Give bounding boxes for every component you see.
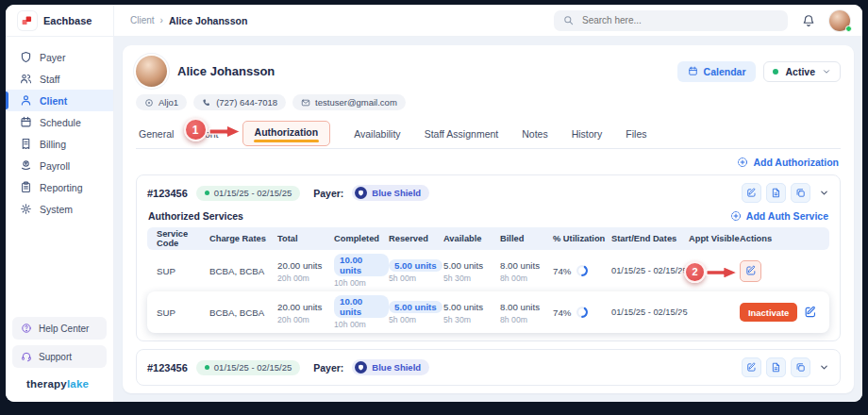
mail-icon (301, 98, 310, 108)
payer-pill: Blue Shield (352, 185, 429, 201)
client-email-value: testuser@gmail.com (315, 97, 397, 108)
sidebar-footer: Help Center Support therapylake (6, 317, 113, 402)
tab-general[interactable]: General (139, 128, 174, 148)
col-dates: Start/End Dates (611, 234, 689, 243)
available-cell: 5.00 units5h 30m (443, 259, 500, 283)
charge-rates-cell: BCBA, BCBA (209, 307, 277, 318)
online-status-dot (845, 25, 852, 32)
service-table-row: SUP BCBA, BCBA 20.00 units20h 00m 10.00 … (147, 250, 829, 291)
status-dropdown[interactable]: Active (763, 61, 841, 82)
authorization-card-header: #123456 01/15/25 - 02/15/25 Payer: Blue … (147, 183, 829, 203)
user-avatar[interactable] (829, 10, 850, 31)
calendar-button[interactable]: Calendar (677, 61, 757, 82)
collapse-chevron-icon[interactable] (819, 188, 829, 198)
sidebar-item-payer[interactable]: Payer (6, 46, 113, 68)
search-input[interactable] (580, 14, 778, 26)
therapylake-logo: therapylake (12, 374, 107, 398)
edit-authorization-button[interactable] (742, 357, 761, 377)
payer-label: Payer: (313, 362, 343, 374)
help-center-button[interactable]: Help Center (12, 317, 107, 340)
completed-units: 10.00 units (334, 254, 389, 276)
edit-icon[interactable] (804, 306, 817, 319)
payer-name: Blue Shield (372, 362, 421, 373)
inactivate-button[interactable]: Inactivate (740, 303, 797, 322)
headset-icon (21, 351, 32, 362)
payer-pill: Blue Shield (352, 359, 429, 375)
sidebar-item-label: Payer (40, 52, 65, 63)
eachbase-logo-icon (18, 11, 37, 30)
edit-service-button[interactable]: 2 (740, 260, 761, 282)
edit-authorization-button[interactable] (742, 183, 761, 203)
duplicate-button[interactable] (791, 183, 810, 203)
billed-units: 8.00 units (500, 259, 540, 272)
total-units: 20.00 units (277, 301, 322, 313)
reserved-cell: 5.00 units5h 00m (389, 259, 443, 283)
total-units: 20.00 units (277, 259, 322, 272)
client-phone-pill: (727) 644-7018 (193, 94, 286, 110)
status-value: Active (785, 66, 815, 77)
annotation-arrow-2 (706, 265, 738, 280)
authorization-date-pill: 01/15/25 - 02/15/25 (196, 186, 300, 201)
duplicate-button[interactable] (791, 357, 810, 377)
sidebar-item-payroll[interactable]: Payroll (6, 155, 113, 176)
tab-availability[interactable]: Availability (354, 128, 400, 148)
app-window: Eachbase Client › Alice Johansson (6, 5, 862, 402)
add-authorization-link[interactable]: Add Authorization (737, 157, 839, 168)
payer-logo-icon (355, 187, 367, 199)
add-auth-service-link[interactable]: Add Auth Service (730, 210, 828, 222)
breadcrumb-section[interactable]: Client (130, 15, 155, 25)
status-dot (773, 69, 778, 75)
add-authorization-label: Add Authorization (753, 157, 839, 168)
active-dot (205, 191, 209, 195)
tab-notes[interactable]: Notes (522, 128, 547, 148)
edit-icon (746, 362, 757, 373)
billed-time: 8h 00m (500, 274, 553, 283)
sidebar-item-system[interactable]: System (6, 198, 113, 220)
available-cell: 5.00 units5h 30m (443, 301, 500, 324)
sidebar-item-reporting[interactable]: Reporting (6, 176, 113, 198)
tab-authorization[interactable]: Authorization (242, 121, 331, 146)
authorization-card-1: #123456 01/15/25 - 02/15/25 Payer: Blue … (136, 174, 841, 341)
reserved-time: 5h 00m (389, 315, 443, 324)
reserved-cell: 5.00 units5h 00m (389, 301, 443, 324)
client-id-value: Aljo1 (159, 97, 178, 108)
search-icon (563, 15, 574, 25)
service-code-cell: SUP (147, 266, 209, 276)
reserved-units: 5.00 units (389, 259, 442, 272)
col-total: Total (277, 234, 334, 243)
id-badge-icon (144, 98, 154, 108)
footer-item-label: Help Center (39, 324, 89, 334)
available-time: 5h 30m (443, 315, 500, 324)
brand[interactable]: Eachbase (6, 5, 114, 36)
help-icon (21, 323, 32, 334)
bell-icon[interactable] (802, 14, 815, 27)
sidebar-item-billing[interactable]: Billing (6, 133, 113, 155)
annotation-step-1: 1 (184, 118, 208, 141)
col-reserved: Reserved (389, 234, 443, 243)
schedule-icon (20, 116, 32, 128)
authorized-services-title: Authorized Services (148, 210, 243, 222)
sidebar-item-schedule[interactable]: Schedule (6, 111, 113, 133)
support-button[interactable]: Support (12, 345, 107, 368)
document-button[interactable] (766, 183, 786, 203)
available-time: 5h 30m (443, 274, 500, 283)
plus-circle-icon (737, 157, 748, 168)
sidebar-item-staff[interactable]: Staff (6, 68, 113, 90)
brand-word-first: therapy (26, 378, 67, 390)
utilization-cell: 74% (553, 264, 611, 277)
authorization-date-pill: 01/15/25 - 02/15/25 (196, 360, 300, 375)
tab-history[interactable]: History (572, 128, 603, 148)
total-time: 20h 00m (277, 315, 334, 324)
document-button[interactable] (766, 357, 786, 377)
sidebar-item-client[interactable]: Client (6, 90, 113, 111)
col-utilization: % Utilization (553, 234, 611, 243)
tab-staff-assignment[interactable]: Staff Assignment (425, 128, 499, 148)
search-box[interactable] (554, 10, 788, 31)
client-avatar (136, 56, 167, 87)
col-charge-rates: Charge Rates (209, 234, 277, 243)
utilization-value: 74% (553, 307, 571, 318)
expand-chevron-icon[interactable] (819, 362, 829, 373)
breadcrumb-separator: › (160, 15, 163, 25)
sidebar-item-label: Schedule (40, 117, 81, 128)
tab-files[interactable]: Files (626, 128, 646, 148)
